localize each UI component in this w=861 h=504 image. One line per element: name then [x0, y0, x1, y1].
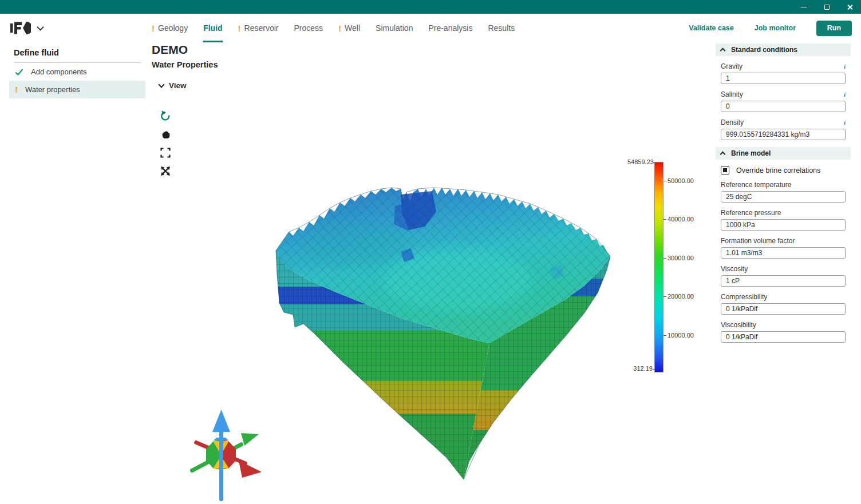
tab-label: Geology — [158, 23, 188, 33]
section-standard-conditions[interactable]: Standard conditions — [716, 43, 851, 56]
colorbar-gradient — [654, 162, 663, 372]
logo-chevron-down-icon[interactable] — [37, 23, 44, 31]
header: Geology Fluid Reservoir Process Well Sim… — [0, 14, 861, 42]
view-label: View — [169, 81, 187, 90]
colorbar: 54859.23 312.19 50000.00 40000.00 30000.… — [627, 158, 702, 379]
section-title: Standard conditions — [731, 46, 797, 54]
colorbar-tick-label: 30000.00 — [668, 255, 702, 261]
fc-logo-icon — [10, 21, 31, 35]
checkbox-icon — [721, 166, 729, 174]
colorbar-tick-label: 20000.00 — [668, 293, 702, 300]
colorbar-max-label: 54859.23 — [627, 158, 653, 165]
tab-reservoir[interactable]: Reservoir — [238, 14, 279, 42]
chevron-up-icon — [720, 152, 726, 157]
field-viscosibility: Viscosibility — [721, 321, 846, 343]
move-model-button[interactable] — [160, 165, 171, 177]
warning-icon — [238, 23, 241, 33]
run-button[interactable]: Run — [816, 21, 852, 36]
colorbar-max-tick — [653, 162, 655, 163]
formation-volume-factor-input[interactable] — [721, 247, 846, 259]
rotate-ccw-icon — [160, 110, 171, 122]
tab-fluid[interactable]: Fluid — [203, 14, 222, 42]
fullscreen-icon — [160, 147, 171, 158]
header-actions: Validate case Job monitor Run — [689, 14, 852, 42]
tab-pre-analysis[interactable]: Pre-analysis — [428, 14, 472, 42]
check-icon — [15, 69, 23, 76]
tab-simulation[interactable]: Simulation — [376, 14, 413, 42]
info-icon[interactable] — [844, 119, 846, 126]
field-viscosity: Viscosity — [721, 265, 846, 287]
maximize-button[interactable] — [815, 0, 838, 14]
fit-to-view-button[interactable] — [160, 147, 171, 158]
field-salinity: Salinity — [721, 90, 846, 112]
sidebar-item-water-properties[interactable]: Water properties — [9, 81, 145, 98]
viscosity-input[interactable] — [721, 275, 846, 287]
colorbar-min-tick — [653, 369, 655, 370]
reference-pressure-input[interactable] — [721, 219, 846, 231]
pan-hand-button[interactable] — [160, 129, 171, 140]
field-reference-temperature: Reference temperature — [721, 181, 846, 203]
density-input[interactable] — [721, 129, 846, 140]
salinity-input[interactable] — [721, 101, 846, 112]
tab-label: Simulation — [376, 23, 413, 33]
field-label: Viscosity — [721, 265, 748, 273]
job-monitor-button[interactable]: Job monitor — [755, 24, 796, 32]
sidebar: Define fluid Add components Water proper… — [0, 42, 155, 504]
field-label: Gravity — [721, 62, 742, 70]
rotate-view-button[interactable] — [160, 110, 171, 122]
sidebar-item-label: Add components — [31, 68, 87, 76]
orientation-axes-gizmo[interactable] — [186, 408, 263, 504]
gravity-input[interactable] — [721, 73, 846, 84]
checkbox-label: Override brine correlations — [736, 166, 820, 174]
field-gravity: Gravity — [721, 62, 846, 84]
sidebar-item-add-components[interactable]: Add components — [9, 63, 145, 81]
view-collapse-toggle[interactable]: View — [159, 81, 187, 90]
field-compressibility: Compressibility — [721, 293, 846, 315]
info-icon[interactable] — [844, 63, 846, 70]
minimize-button[interactable] — [792, 0, 815, 14]
tab-label: Process — [294, 23, 323, 33]
field-formation-volume-factor: Formation volume factor — [721, 237, 846, 259]
chevron-up-icon — [720, 48, 726, 54]
section-brine-model[interactable]: Brine model — [716, 147, 851, 160]
properties-panel: Standard conditions Gravity Salinity Den… — [716, 42, 856, 504]
tab-label: Fluid — [203, 23, 222, 33]
move-arrows-icon — [160, 165, 171, 177]
validate-case-button[interactable]: Validate case — [689, 24, 734, 32]
field-reference-pressure: Reference pressure — [721, 209, 846, 231]
tab-results[interactable]: Results — [488, 14, 515, 42]
warning-icon — [152, 23, 155, 33]
reference-temperature-input[interactable] — [721, 191, 846, 203]
viscosibility-input[interactable] — [721, 331, 846, 343]
colorbar-tick-label: 10000.00 — [668, 332, 702, 339]
field-label: Density — [721, 118, 744, 126]
tab-label: Well — [345, 23, 360, 33]
field-label: Formation volume factor — [721, 237, 795, 245]
field-label: Viscosibility — [721, 321, 756, 329]
viewport-toolbar — [160, 110, 171, 177]
reservoir-3d-model[interactable] — [260, 152, 627, 486]
main-nav: Geology Fluid Reservoir Process Well Sim… — [152, 14, 515, 42]
compressibility-input[interactable] — [721, 303, 846, 315]
tab-geology[interactable]: Geology — [152, 14, 188, 42]
warning-icon — [15, 85, 18, 94]
field-density: Density — [721, 118, 846, 140]
page-subtitle: Water Properties — [152, 60, 218, 69]
info-icon[interactable] — [844, 91, 846, 98]
tab-process[interactable]: Process — [294, 14, 323, 42]
tab-label: Pre-analysis — [428, 23, 472, 33]
window-controls — [792, 0, 861, 14]
maximize-icon — [824, 5, 830, 10]
page-title: DEMO — [152, 43, 188, 57]
override-brine-correlations-checkbox[interactable]: Override brine correlations — [721, 166, 856, 174]
colorbar-min-label: 312.19 — [627, 365, 653, 372]
tab-well[interactable]: Well — [338, 14, 360, 42]
colorbar-tick-label: 50000.00 — [668, 177, 702, 184]
window-titlebar — [0, 0, 861, 14]
minimize-icon — [801, 7, 807, 7]
close-button[interactable] — [838, 0, 861, 14]
hand-grab-icon — [160, 129, 171, 140]
field-label: Compressibility — [721, 293, 767, 301]
app-logo[interactable] — [10, 21, 43, 35]
sidebar-item-label: Water properties — [25, 85, 80, 94]
